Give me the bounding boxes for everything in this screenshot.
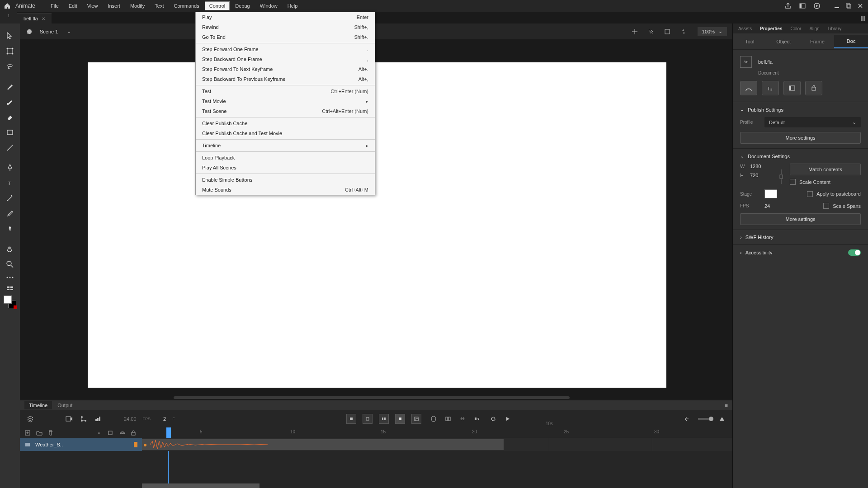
mode-icon-2[interactable]: T₅ xyxy=(762,81,779,95)
link-dimensions-icon[interactable] xyxy=(778,164,784,189)
pen-tool-icon[interactable] xyxy=(2,160,18,175)
layer-row[interactable]: Weather_S.. xyxy=(20,438,142,451)
undo-icon[interactable] xyxy=(684,415,692,423)
brush-tool-icon[interactable] xyxy=(2,79,18,94)
tab-align[interactable]: Align xyxy=(807,25,821,32)
fps-value[interactable]: 24 xyxy=(764,203,770,209)
rectangle-tool-icon[interactable] xyxy=(2,125,18,140)
scale-spans-checkbox[interactable]: Scale Spans xyxy=(823,203,861,209)
play-circle-icon[interactable] xyxy=(813,2,821,10)
eraser-tool-icon[interactable] xyxy=(2,109,18,125)
layers-icon[interactable] xyxy=(26,415,34,423)
maximize-button[interactable] xyxy=(844,2,854,10)
hand-tool-icon[interactable] xyxy=(2,241,18,257)
scene-name[interactable]: Scene 1 xyxy=(40,29,58,34)
track-column[interactable]: 5 10 15 20 25 30 10s xyxy=(142,427,732,488)
menu-item-mute-sounds[interactable]: Mute SoundsCtrl+Alt+M xyxy=(196,185,375,195)
tab-assets[interactable]: Assets xyxy=(736,25,754,32)
subtab-tool[interactable]: Tool xyxy=(733,35,767,48)
lasso-tool-icon[interactable] xyxy=(2,59,18,74)
create-tween-icon[interactable] xyxy=(473,415,481,423)
layer-parent-icon[interactable] xyxy=(80,415,88,423)
zoom-tool-icon[interactable] xyxy=(2,257,18,272)
menu-text[interactable]: Text xyxy=(150,1,168,10)
height-value[interactable]: 720 xyxy=(750,173,773,178)
timeline-menu-icon[interactable]: ≡ xyxy=(725,403,728,408)
tab-library[interactable]: Library xyxy=(826,25,844,32)
timeline-horizontal-scrollbar[interactable] xyxy=(142,483,259,488)
menu-debug[interactable]: Debug xyxy=(231,1,254,10)
playhead[interactable] xyxy=(166,427,171,438)
marker-icon[interactable] xyxy=(458,415,467,423)
camera-icon[interactable] xyxy=(65,415,73,423)
fill-color-swatch[interactable] xyxy=(4,296,12,304)
menu-help[interactable]: Help xyxy=(283,1,302,10)
doc-more-settings-button[interactable]: More settings xyxy=(740,213,861,225)
layer-name[interactable]: Weather_S.. xyxy=(35,442,129,447)
share-icon[interactable] xyxy=(784,2,792,10)
remove-frame-icon[interactable] xyxy=(411,414,421,424)
stage-horizontal-scrollbar[interactable] xyxy=(174,396,570,399)
wand-tool-icon[interactable] xyxy=(2,191,18,206)
scene-chevron-down-icon[interactable]: ⌄ xyxy=(67,28,71,34)
menu-item-step-next-keyframe[interactable]: Step Forward To Next KeyframeAlt+. xyxy=(196,64,375,74)
menu-item-clear-cache-test[interactable]: Clear Publish Cache and Test Movie xyxy=(196,128,375,138)
menu-window[interactable]: Window xyxy=(255,1,282,10)
match-contents-button[interactable]: Match contents xyxy=(790,164,861,175)
publish-more-settings-button[interactable]: More settings xyxy=(740,132,861,144)
insert-keyframe-icon[interactable] xyxy=(346,414,356,424)
stage-color-swatch[interactable] xyxy=(764,189,777,198)
swap-colors-icon[interactable] xyxy=(14,305,17,309)
layer-depth-icon[interactable] xyxy=(94,415,102,423)
menu-item-play-all-scenes[interactable]: Play All Scenes xyxy=(196,163,375,173)
subtab-doc[interactable]: Doc xyxy=(834,35,868,48)
timeline-ruler[interactable]: 5 10 15 20 25 30 10s xyxy=(142,427,732,438)
close-button[interactable] xyxy=(855,2,865,10)
loop-icon[interactable] xyxy=(489,415,497,423)
menu-item-step-backward[interactable]: Step Backward One Frame, xyxy=(196,54,375,64)
tab-color[interactable]: Color xyxy=(788,25,803,32)
workspace-icon[interactable] xyxy=(798,2,807,10)
close-tab-icon[interactable]: ✕ xyxy=(42,16,45,21)
menu-edit[interactable]: Edit xyxy=(64,1,82,10)
classic-brush-tool-icon[interactable] xyxy=(2,94,18,109)
zoom-dropdown[interactable]: 100% ⌄ xyxy=(698,27,727,36)
publish-settings-header[interactable]: ⌄ Publish Settings xyxy=(740,107,861,113)
menu-modify[interactable]: Modify xyxy=(126,1,149,10)
menu-item-rewind[interactable]: RewindShift+, xyxy=(196,22,375,32)
mode-icon-3[interactable] xyxy=(783,81,801,95)
menu-item-test-scene[interactable]: Test SceneCtrl+Alt+Enter (Num) xyxy=(196,106,375,116)
menu-item-enable-simple-buttons[interactable]: Enable Simple Buttons xyxy=(196,175,375,185)
menu-item-timeline[interactable]: Timeline▸ xyxy=(196,141,375,150)
output-tab[interactable]: Output xyxy=(53,401,77,409)
eyedropper-tool-icon[interactable] xyxy=(2,206,18,221)
mode-icon-4[interactable] xyxy=(805,81,822,95)
menu-insert[interactable]: Insert xyxy=(103,1,125,10)
menu-control[interactable]: Control xyxy=(205,1,230,10)
center-stage-icon[interactable] xyxy=(630,27,640,37)
clip-stage-icon[interactable] xyxy=(646,27,656,37)
width-value[interactable]: 1280 xyxy=(750,164,773,169)
timeline-tab[interactable]: Timeline xyxy=(24,401,52,409)
document-tab[interactable]: bell.fla ✕ xyxy=(17,13,52,23)
accessibility-section[interactable]: › Accessibility xyxy=(733,244,868,260)
visibility-icon[interactable] xyxy=(119,431,126,435)
minimize-button[interactable] xyxy=(832,2,842,10)
swf-history-section[interactable]: › SWF History xyxy=(733,230,868,244)
fit-stage-icon[interactable] xyxy=(662,27,672,37)
insert-frame-icon[interactable] xyxy=(379,414,389,424)
outline-layer-icon[interactable] xyxy=(108,430,114,436)
fit-timeline-icon[interactable] xyxy=(718,415,726,423)
edit-toolbar-icon[interactable] xyxy=(2,283,18,294)
edit-multiple-frames-icon[interactable] xyxy=(444,415,452,423)
menu-item-go-to-end[interactable]: Go To EndShift+. xyxy=(196,32,375,42)
auto-keyframe-icon[interactable] xyxy=(395,414,405,424)
timeline-zoom-slider[interactable] xyxy=(698,418,712,420)
profile-select[interactable]: Default ⌄ xyxy=(764,117,861,127)
menu-commands[interactable]: Commands xyxy=(170,1,204,10)
free-transform-tool-icon[interactable] xyxy=(2,43,18,59)
new-layer-icon[interactable] xyxy=(24,430,31,436)
stage-canvas[interactable] xyxy=(88,62,666,388)
panel-collapse-icon[interactable] xyxy=(858,14,868,23)
color-swatches[interactable] xyxy=(4,296,16,308)
